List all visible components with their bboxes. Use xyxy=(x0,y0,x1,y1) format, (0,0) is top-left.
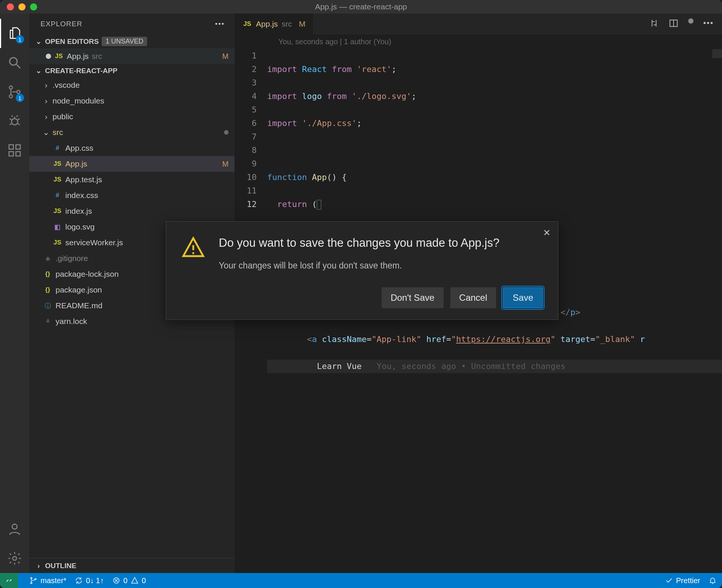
notifications-button[interactable] xyxy=(708,576,717,585)
svg-point-12 xyxy=(31,578,32,579)
folder-name: .vscode xyxy=(53,81,80,90)
warnings-count: 0 xyxy=(142,576,146,585)
open-editors-header[interactable]: ⌄ OPEN EDITORS 1 UNSAVED xyxy=(29,34,235,48)
chevron-down-icon: ⌄ xyxy=(35,66,42,75)
minimap[interactable] xyxy=(712,49,722,58)
save-dialog: ✕ Do you want to save the changes you ma… xyxy=(166,221,558,320)
editor-tabbar: App.js src M ••• xyxy=(235,14,722,34)
dialog-message: Your changes will be lost if you don't s… xyxy=(219,261,543,271)
sync-text: 0↓ 1↑ xyxy=(86,576,104,585)
extensions-icon xyxy=(7,143,22,158)
activity-bar: 1 1 xyxy=(0,14,29,573)
activity-settings[interactable] xyxy=(0,544,29,573)
js-file-icon xyxy=(53,239,62,246)
warning-icon xyxy=(181,235,205,308)
activity-debug[interactable] xyxy=(0,106,29,136)
file-item[interactable]: App.test.js xyxy=(29,172,235,188)
errors-count: 0 xyxy=(123,576,128,585)
svg-point-13 xyxy=(31,582,32,584)
css-file-icon xyxy=(53,192,62,199)
js-file-icon xyxy=(54,52,64,60)
dont-save-button[interactable]: Don't Save xyxy=(382,287,444,308)
folder-name: public xyxy=(53,112,73,121)
compare-changes-button[interactable] xyxy=(649,18,659,30)
scm-badge: 1 xyxy=(16,94,24,102)
git-file-icon xyxy=(43,255,53,262)
blame-header: You, seconds ago | 1 author (You) xyxy=(235,34,722,49)
file-item[interactable]: App.jsM xyxy=(29,156,235,172)
svg-rect-5 xyxy=(9,145,14,149)
file-name: README.md xyxy=(56,301,102,310)
file-item[interactable]: index.js xyxy=(29,203,235,219)
explorer-title: EXPLORER xyxy=(41,20,82,28)
modified-folder-icon xyxy=(224,130,229,135)
file-name: index.css xyxy=(65,191,98,200)
split-editor-button[interactable] xyxy=(669,18,678,30)
sync-indicator[interactable]: 0↓ 1↑ xyxy=(75,576,104,585)
project-header[interactable]: ⌄ CREATE-REACT-APP xyxy=(29,64,235,77)
svg-point-10 xyxy=(13,556,17,560)
remote-indicator[interactable] xyxy=(0,573,18,588)
open-editors-label: OPEN EDITORS xyxy=(45,38,99,46)
problems-indicator[interactable]: 0 0 xyxy=(112,576,146,585)
svg-point-16 xyxy=(192,252,194,254)
activity-extensions[interactable] xyxy=(0,136,29,165)
chevron-right-icon: › xyxy=(35,562,42,570)
tab-status: M xyxy=(299,20,305,28)
titlebar: App.js — create-react-app xyxy=(0,0,722,14)
file-name: package-lock.json xyxy=(56,270,119,279)
file-name: serviceWorker.js xyxy=(65,238,123,247)
svg-point-9 xyxy=(12,524,17,529)
explorer-more-button[interactable]: ••• xyxy=(215,20,225,28)
folder-item-src[interactable]: ⌄ src xyxy=(29,124,235,140)
file-name: .gitignore xyxy=(56,254,88,263)
activity-accounts[interactable] xyxy=(0,514,29,544)
dirty-indicator-icon xyxy=(688,18,693,24)
open-editor-dir: src xyxy=(92,52,102,61)
open-editor-filename: App.js xyxy=(67,52,89,61)
js-file-icon xyxy=(53,176,62,183)
open-editor-item[interactable]: App.js src M xyxy=(29,48,235,64)
branch-indicator[interactable]: master* xyxy=(29,576,66,585)
folder-name: node_modules xyxy=(53,96,104,105)
svg-point-4 xyxy=(12,118,18,125)
editor-more-button[interactable]: ••• xyxy=(703,18,714,30)
folder-item[interactable]: › public xyxy=(29,109,235,124)
open-editor-status: M xyxy=(222,52,229,61)
cancel-button[interactable]: Cancel xyxy=(450,287,496,308)
bug-icon xyxy=(7,114,22,129)
search-icon xyxy=(7,55,22,70)
svg-point-0 xyxy=(10,58,17,65)
window-title: App.js — create-react-app xyxy=(0,2,722,11)
dirty-indicator-icon xyxy=(46,54,51,59)
chevron-right-icon: › xyxy=(43,81,50,90)
file-name: yarn.lock xyxy=(56,317,87,326)
md-file-icon xyxy=(43,302,53,310)
explorer-badge: 1 xyxy=(16,35,24,44)
tab-dir: src xyxy=(281,20,292,28)
folder-item[interactable]: › node_modules xyxy=(29,93,235,109)
svg-file-icon xyxy=(53,223,62,231)
file-item[interactable]: App.css xyxy=(29,140,235,156)
js-file-icon xyxy=(53,207,62,215)
css-file-icon xyxy=(53,144,62,152)
inline-blame: You, seconds ago • Uncommitted changes xyxy=(377,360,566,373)
prettier-label: Prettier xyxy=(676,576,700,585)
save-button[interactable]: Save xyxy=(503,287,543,308)
account-icon xyxy=(7,522,22,537)
activity-explorer[interactable]: 1 xyxy=(0,19,29,48)
editor-tab[interactable]: App.js src M xyxy=(235,14,313,34)
chevron-right-icon: › xyxy=(43,112,50,121)
file-name: index.js xyxy=(65,207,92,216)
file-item[interactable]: index.css xyxy=(29,188,235,203)
svg-rect-7 xyxy=(16,152,20,156)
activity-scm[interactable]: 1 xyxy=(0,77,29,106)
file-name: App.test.js xyxy=(65,175,102,184)
prettier-indicator[interactable]: Prettier xyxy=(665,576,700,585)
chevron-down-icon: ⌄ xyxy=(43,128,50,137)
activity-search[interactable] xyxy=(0,48,29,77)
dialog-close-button[interactable]: ✕ xyxy=(543,228,551,238)
folder-item[interactable]: › .vscode xyxy=(29,77,235,93)
dialog-title: Do you want to save the changes you made… xyxy=(219,235,543,251)
outline-header[interactable]: › OUTLINE xyxy=(29,558,235,573)
